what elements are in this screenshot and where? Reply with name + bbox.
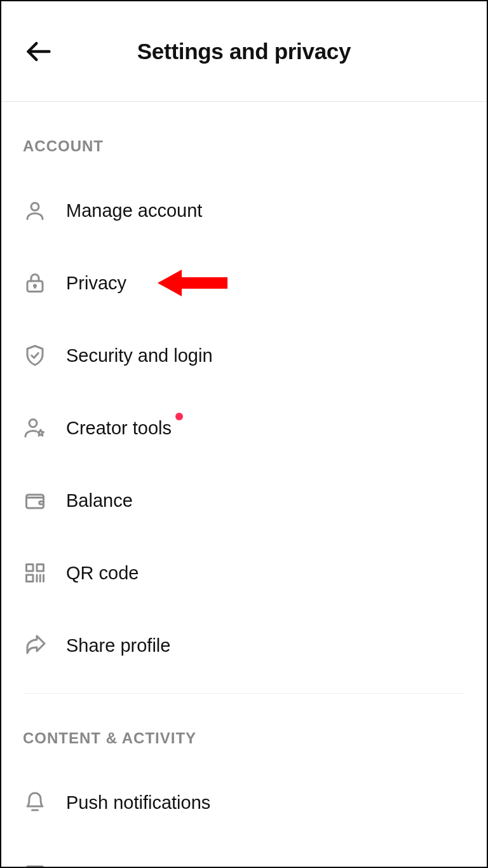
bell-icon [23, 790, 47, 815]
row-privacy[interactable]: Privacy [23, 247, 465, 319]
person-icon [23, 198, 47, 223]
svg-rect-8 [27, 565, 34, 572]
settings-list: ACCOUNT Manage account Privacy [1, 137, 487, 868]
language-icon [23, 863, 47, 868]
row-creator-tools[interactable]: Creator tools [23, 392, 465, 464]
row-share-profile[interactable]: Share profile [23, 609, 465, 682]
svg-marker-5 [158, 270, 227, 296]
row-value: English [405, 865, 465, 869]
row-label: Balance [66, 490, 133, 511]
row-label: Manage account [66, 200, 202, 221]
shield-check-icon [23, 343, 47, 368]
back-button[interactable] [23, 36, 55, 67]
row-push-notifications[interactable]: Push notifications [23, 766, 465, 839]
lock-icon [23, 271, 47, 295]
section-divider [23, 693, 465, 694]
row-security[interactable]: Security and login [23, 319, 465, 392]
row-manage-account[interactable]: Manage account [23, 174, 465, 247]
row-label: QR code [66, 563, 139, 584]
qr-code-icon [23, 561, 47, 585]
row-label: Push notifications [66, 792, 210, 813]
row-label: Security and login [66, 345, 213, 366]
header: Settings and privacy [1, 1, 487, 102]
page-title: Settings and privacy [1, 39, 487, 64]
section-label-account: ACCOUNT [23, 137, 465, 155]
arrow-left-icon [25, 38, 53, 65]
row-balance[interactable]: Balance [23, 464, 465, 537]
row-qr-code[interactable]: QR code [23, 537, 465, 609]
row-label: App language [66, 865, 180, 869]
row-label: Share profile [66, 635, 170, 656]
person-star-icon [23, 416, 47, 440]
row-label: Privacy [66, 273, 126, 294]
wallet-icon [23, 488, 47, 513]
notification-dot-icon [175, 413, 183, 420]
share-arrow-icon [23, 633, 47, 658]
annotation-arrow-icon [158, 267, 227, 299]
svg-rect-10 [27, 575, 34, 582]
svg-point-1 [31, 203, 39, 210]
section-label-content-activity: CONTENT & ACTIVITY [23, 729, 465, 747]
row-label: Creator tools [66, 418, 172, 439]
svg-point-6 [29, 420, 37, 427]
svg-rect-9 [37, 565, 44, 572]
row-app-language[interactable]: App language English [23, 839, 465, 868]
